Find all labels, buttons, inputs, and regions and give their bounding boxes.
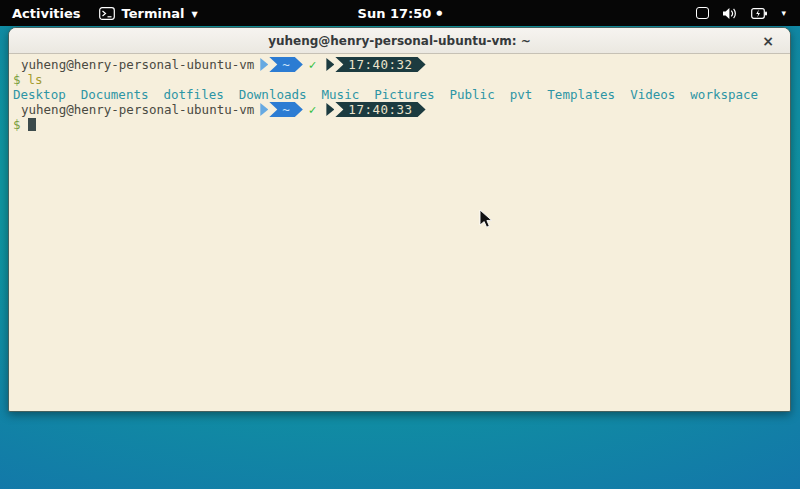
directory-name: Music (322, 87, 360, 102)
prompt-line: yuheng@henry-personal-ubuntu-vm ~ ✓ 17:4… (13, 57, 790, 72)
prompt-user-host: yuheng@henry-personal-ubuntu-vm (21, 57, 254, 72)
ls-output: DesktopDocumentsdotfilesDownloadsMusicPi… (13, 87, 790, 102)
prompt-line: yuheng@henry-personal-ubuntu-vm ~ ✓ 17:4… (13, 102, 790, 117)
top-bar: Activities Terminal ▼ Sun 17:50 ● (0, 0, 800, 26)
screen-share-icon[interactable] (696, 7, 709, 19)
window-titlebar[interactable]: yuheng@henry-personal-ubuntu-vm: ~ × (9, 28, 790, 54)
directory-name: Pictures (374, 87, 434, 102)
powerline-arrow-icon (326, 58, 334, 71)
prompt-cwd-segment: ~ (269, 57, 303, 72)
directory-name: dotfiles (164, 87, 224, 102)
notification-dot-icon: ● (436, 9, 442, 17)
command-line: $ (13, 117, 790, 132)
prompt-symbol: $ (13, 117, 21, 132)
system-status-area[interactable]: ▾ (696, 0, 800, 26)
prompt-time-segment: 17:40:33 (335, 102, 425, 117)
status-check-icon: ✓ (309, 57, 317, 72)
directory-name: Desktop (13, 87, 66, 102)
app-menu-button[interactable]: Terminal ▼ (99, 6, 198, 21)
battery-charging-icon[interactable] (751, 7, 768, 20)
prompt-cwd-segment: ~ (269, 102, 303, 117)
terminal-app-icon (99, 7, 115, 20)
volume-icon[interactable] (722, 7, 738, 20)
clock-label[interactable]: Sun 17:50 (358, 6, 432, 21)
prompt-time-segment: 17:40:32 (335, 57, 425, 72)
directory-name: Public (450, 87, 495, 102)
activities-button[interactable]: Activities (12, 6, 81, 21)
directory-name: workspace (690, 87, 758, 102)
status-check-icon: ✓ (309, 102, 317, 117)
terminal-content[interactable]: yuheng@henry-personal-ubuntu-vm ~ ✓ 17:4… (9, 54, 790, 411)
app-menu-label: Terminal (122, 6, 185, 21)
powerline-arrow-icon (326, 103, 334, 116)
system-menu-caret-icon[interactable]: ▾ (781, 8, 786, 18)
directory-name: Videos (630, 87, 675, 102)
chevron-down-icon: ▼ (191, 10, 197, 19)
typed-command: ls (28, 72, 43, 87)
directory-name: Templates (547, 87, 615, 102)
prompt-user-host: yuheng@henry-personal-ubuntu-vm (21, 102, 254, 117)
directory-name: Downloads (239, 87, 307, 102)
text-cursor (28, 118, 36, 131)
close-icon[interactable]: × (756, 28, 780, 54)
powerline-arrow-icon (260, 103, 268, 116)
prompt-symbol: $ (13, 72, 21, 87)
powerline-arrow-icon (260, 58, 268, 71)
directory-name: pvt (510, 87, 533, 102)
command-line: $ ls (13, 72, 790, 87)
directory-name: Documents (81, 87, 149, 102)
window-title: yuheng@henry-personal-ubuntu-vm: ~ (268, 34, 531, 48)
terminal-window: yuheng@henry-personal-ubuntu-vm: ~ × yuh… (8, 27, 791, 412)
